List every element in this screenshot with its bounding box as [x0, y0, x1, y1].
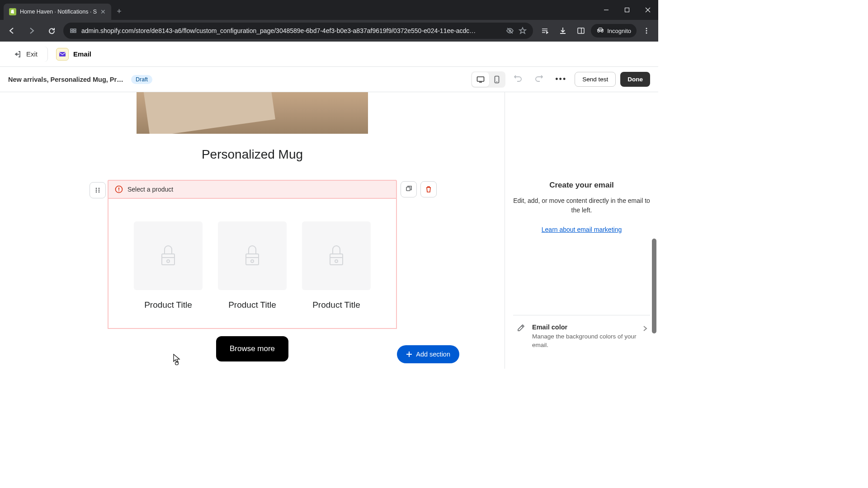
url-text: admin.shopify.com/store/de8143-a6/flow/c…	[81, 27, 501, 34]
downloads-icon[interactable]	[555, 23, 571, 39]
duplicate-section-button[interactable]	[401, 181, 417, 197]
plus-icon	[406, 351, 412, 357]
browser-menu-icon[interactable]	[638, 23, 655, 39]
product-placeholder-card[interactable]: Product Title	[132, 221, 204, 310]
redo-button[interactable]	[531, 70, 547, 89]
side-panel-icon[interactable]	[573, 23, 589, 39]
address-bar[interactable]: admin.shopify.com/store/de8143-a6/flow/c…	[63, 23, 533, 39]
svg-point-22	[96, 188, 97, 189]
svg-point-16	[646, 33, 647, 34]
browse-more-button[interactable]: Browse more	[216, 336, 288, 361]
more-actions-button[interactable]: •••	[552, 71, 570, 88]
alert-icon	[115, 185, 123, 193]
send-test-button[interactable]: Send test	[575, 72, 616, 87]
panel-description: Edit, add, or move content directly in t…	[513, 196, 650, 215]
svg-point-35	[251, 260, 254, 263]
page-scrollbar[interactable]	[651, 67, 657, 369]
browser-toolbar: admin.shopify.com/store/de8143-a6/flow/c…	[0, 20, 658, 42]
exit-label: Exit	[26, 50, 38, 58]
email-app-badge: Email	[56, 48, 91, 61]
product-placeholder-image	[134, 221, 203, 290]
exit-button[interactable]: Exit	[7, 47, 48, 62]
email-color-item[interactable]: Email color Manage the background colors…	[513, 315, 650, 358]
learn-marketing-link[interactable]: Learn about email marketing	[513, 226, 650, 233]
svg-rect-28	[406, 187, 410, 191]
shopify-favicon	[9, 8, 16, 15]
browser-tab[interactable]: Home Haven · Notifications · S ✕	[4, 4, 111, 20]
minimize-button[interactable]	[596, 0, 617, 20]
product-placeholder-card[interactable]: Product Title	[300, 221, 373, 310]
svg-point-15	[646, 30, 647, 32]
new-tab-button[interactable]: +	[117, 7, 122, 16]
error-message: Select a product	[127, 186, 173, 193]
browser-tab-bar: Home Haven · Notifications · S ✕ +	[0, 0, 658, 20]
add-section-button[interactable]: Add section	[397, 345, 459, 363]
svg-rect-12	[578, 28, 584, 33]
close-tab-icon[interactable]: ✕	[100, 8, 106, 15]
editor-toolbar: New arrivals, Personalized Mug, Pro… Dra…	[0, 67, 658, 92]
hero-product-image[interactable]	[137, 92, 368, 134]
placeholder-title: Product Title	[216, 300, 288, 310]
svg-rect-1	[625, 8, 629, 12]
drag-handle-icon[interactable]	[90, 182, 106, 198]
scrollbar-thumb[interactable]	[652, 239, 656, 333]
site-settings-icon[interactable]	[70, 27, 77, 34]
product-grid-section[interactable]: Select a product Product Title	[108, 180, 397, 329]
email-canvas[interactable]: Personalized Mug Select a product	[0, 92, 505, 369]
svg-point-27	[99, 192, 100, 193]
svg-point-25	[99, 190, 100, 191]
svg-point-26	[96, 192, 97, 193]
side-panel: Create your email Edit, add, or move con…	[505, 92, 658, 369]
svg-rect-7	[74, 31, 76, 33]
email-app-icon	[56, 48, 69, 61]
product-placeholder-card[interactable]: Product Title	[216, 221, 288, 310]
email-color-desc: Manage the background colors of your ema…	[532, 333, 637, 350]
product-placeholder-image	[302, 221, 371, 290]
svg-rect-6	[71, 31, 73, 33]
svg-rect-4	[71, 29, 73, 30]
app-header: Exit Email	[0, 42, 658, 67]
eye-off-icon[interactable]	[506, 27, 514, 35]
svg-point-37	[335, 260, 338, 263]
svg-point-14	[646, 28, 647, 29]
done-button[interactable]: Done	[620, 72, 650, 87]
svg-point-23	[99, 188, 100, 189]
close-window-button[interactable]	[637, 0, 658, 20]
maximize-button[interactable]	[617, 0, 637, 20]
svg-rect-17	[59, 52, 66, 56]
undo-button[interactable]	[510, 70, 526, 89]
email-app-label: Email	[73, 50, 91, 58]
email-campaign-title: New arrivals, Personalized Mug, Pro…	[8, 76, 126, 83]
status-badge: Draft	[131, 75, 152, 84]
desktop-preview-button[interactable]	[472, 72, 489, 87]
incognito-badge[interactable]: Incognito	[591, 24, 637, 38]
delete-section-button[interactable]	[420, 181, 437, 197]
tab-title: Home Haven · Notifications · S	[20, 9, 97, 15]
placeholder-title: Product Title	[132, 300, 204, 310]
incognito-icon	[596, 27, 604, 35]
svg-point-31	[118, 191, 119, 192]
window-controls	[596, 0, 658, 20]
paint-icon	[516, 324, 526, 333]
add-section-label: Add section	[416, 351, 450, 358]
reload-button[interactable]	[43, 23, 60, 39]
forward-button[interactable]	[24, 23, 40, 39]
exit-icon	[14, 50, 22, 58]
chevron-right-icon	[643, 325, 647, 333]
product-placeholder-image	[218, 221, 287, 290]
media-control-icon[interactable]	[537, 23, 553, 39]
mobile-preview-button[interactable]	[489, 72, 505, 87]
bookmark-star-icon[interactable]	[519, 27, 527, 35]
featured-product-title: Personalized Mug	[71, 147, 433, 162]
panel-heading: Create your email	[513, 181, 650, 190]
svg-point-24	[96, 190, 97, 191]
error-banner: Select a product	[108, 180, 397, 199]
placeholder-title: Product Title	[300, 300, 373, 310]
svg-point-33	[167, 260, 170, 263]
email-color-title: Email color	[532, 324, 637, 331]
device-preview-toggle	[471, 71, 505, 88]
svg-rect-5	[74, 29, 76, 30]
svg-rect-18	[477, 77, 484, 81]
incognito-label: Incognito	[607, 28, 631, 34]
back-button[interactable]	[4, 23, 20, 39]
